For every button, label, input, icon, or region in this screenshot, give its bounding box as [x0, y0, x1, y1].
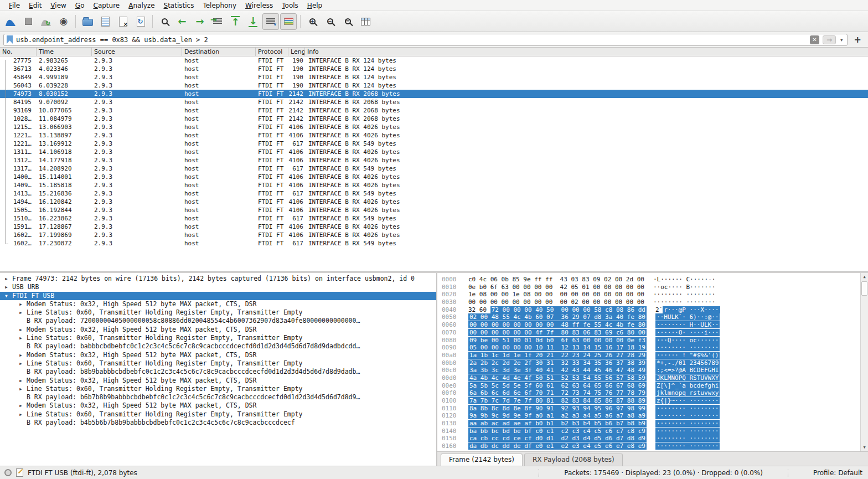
hex-row[interactable]: 0150ca cb cc cd ce cf d0 d1 d2 d3 d4 d5 …: [442, 435, 859, 442]
detail-line[interactable]: ▸Line Status: 0x60, Transmitter Holding …: [0, 410, 436, 419]
go-to-packet-button[interactable]: →: [209, 13, 226, 30]
colorize-toggle[interactable]: [280, 13, 297, 30]
tab-rx-payload[interactable]: RX Payload (2068 bytes): [524, 454, 623, 466]
hex-row[interactable]: 00b02a 2b 2c 2d 2e 2f 30 31 32 33 34 35 …: [442, 359, 859, 367]
open-file-button[interactable]: [79, 13, 96, 30]
column-header-destination[interactable]: Destination: [182, 48, 256, 56]
hex-row[interactable]: 01007a 7b 7c 7d 7e 7f 80 81 82 83 84 85 …: [442, 397, 859, 405]
detail-line[interactable]: B RX payload: b4b5b6b7b8b9babbbcbdbebfc0…: [0, 419, 436, 427]
display-filter-input[interactable]: usb.endpoint_address == 0x83 && usb.data…: [3, 34, 848, 46]
restart-capture-button[interactable]: ↻: [38, 13, 54, 30]
hex-row[interactable]: 008009 be 00 51 00 01 0d b0 6f 63 00 00 …: [442, 337, 859, 344]
hex-row[interactable]: 00c03a 3b 3c 3d 3e 3f 40 41 42 43 44 45 …: [442, 367, 859, 374]
packet-row[interactable]: 9316910.0770652.9.3hostFTDI FT2142INTERF…: [0, 106, 868, 115]
menu-tools[interactable]: Tools: [277, 1, 303, 10]
packet-row[interactable]: 1494…16.1208422.9.3hostFTDI FT4106INTERF…: [0, 198, 868, 206]
hex-row[interactable]: 003000 00 00 00 00 00 00 00 00 02 00 00 …: [442, 298, 859, 306]
find-packet-button[interactable]: [156, 13, 173, 30]
detail-line[interactable]: ▸Line Status: 0x60, Transmitter Holding …: [0, 385, 436, 393]
detail-line[interactable]: ▾FTDI FT USB: [0, 292, 436, 300]
scroll-up-arrow[interactable]: ▲: [861, 273, 868, 281]
packet-row[interactable]: 1215…13.0669032.9.3hostFTDI FT4106INTERF…: [0, 123, 868, 131]
filter-dropdown-icon[interactable]: ▾: [839, 37, 844, 43]
hex-row[interactable]: 0140ba bb bc bd be bf c0 c1 c2 c3 c4 c5 …: [442, 428, 859, 435]
expander-collapsed-icon[interactable]: ▸: [4, 283, 12, 291]
hex-row[interactable]: 00d04a 4b 4c 4d 4e 4f 50 51 52 53 54 55 …: [442, 374, 859, 382]
expander-collapsed-icon[interactable]: ▸: [19, 326, 27, 334]
expander-collapsed-icon[interactable]: ▸: [4, 275, 12, 283]
menu-statistics[interactable]: Statistics: [159, 1, 199, 10]
detail-line[interactable]: ▸Modem Status: 0x32, High Speed 512 byte…: [0, 300, 436, 308]
packet-row[interactable]: 1409…15.1858182.9.3hostFTDI FT4106INTERF…: [0, 181, 868, 189]
expander-collapsed-icon[interactable]: ▸: [19, 308, 27, 317]
packet-row[interactable]: 841959.0700922.9.3hostFTDI FT2142INTERFA…: [0, 98, 868, 106]
expander-collapsed-icon[interactable]: ▸: [19, 300, 27, 308]
detail-line[interactable]: ▸Line Status: 0x60, Transmitter Holding …: [0, 334, 436, 342]
expander-collapsed-icon[interactable]: ▸: [19, 385, 27, 393]
packet-row[interactable]: 367134.0233462.9.3hostFTDI FT190INTERFAC…: [0, 65, 868, 73]
menu-analyze[interactable]: Analyze: [124, 1, 159, 10]
apply-filter-button[interactable]: →: [823, 35, 836, 44]
detail-line[interactable]: B RX payload: b6b7b8b9babbbcbdbebfc0c1c2…: [0, 393, 436, 401]
go-first-packet-button[interactable]: ↑: [227, 13, 244, 30]
hex-row[interactable]: 01209a 9b 9c 9d 9e 9f a0 a1 a2 a3 a4 a5 …: [442, 412, 859, 420]
packet-row[interactable]: 1413…15.2168362.9.3hostFTDI FT617INTERFA…: [0, 189, 868, 198]
detail-line[interactable]: ▸Modem Status: 0x32, High Speed 512 byte…: [0, 326, 436, 334]
menu-view[interactable]: View: [46, 1, 70, 10]
hex-row[interactable]: 004032 60 72 00 00 00 40 50 00 00 00 58 …: [442, 306, 859, 314]
packet-row[interactable]: 560436.0392282.9.3hostFTDI FT190INTERFAC…: [0, 81, 868, 90]
packet-row[interactable]: 749738.0301522.9.3hostFTDI FT2142INTERFA…: [0, 90, 868, 98]
clear-filter-button[interactable]: ✕: [810, 35, 819, 44]
detail-line[interactable]: ▸Modem Status: 0x32, High Speed 512 byte…: [0, 351, 436, 359]
detail-line[interactable]: B RX payload: 72000000405000000058c80886…: [0, 317, 436, 325]
hex-row[interactable]: 00100e b0 6f 63 00 00 00 00 42 05 01 00 …: [442, 284, 859, 291]
hex-row[interactable]: 009005 00 00 00 00 00 10 11 12 13 14 15 …: [442, 344, 859, 352]
detail-line[interactable]: B RX payload: b8b9babbbcbdbebfc0c1c2c3c4…: [0, 368, 436, 376]
expert-info-icon[interactable]: [4, 469, 12, 476]
tab-frame[interactable]: Frame (2142 bytes): [441, 454, 523, 466]
packet-row[interactable]: 1602…17.2308722.9.3hostFTDI FT617INTERFA…: [0, 239, 868, 248]
capture-comment-icon[interactable]: [16, 468, 23, 477]
packet-row[interactable]: 1400…15.1140012.9.3hostFTDI FT4106INTERF…: [0, 173, 868, 181]
menu-wireless[interactable]: Wireless: [241, 1, 277, 10]
stop-capture-button[interactable]: [20, 13, 37, 30]
packet-row[interactable]: 1221…13.1388972.9.3hostFTDI FT4106INTERF…: [0, 131, 868, 140]
zoom-in-button[interactable]: +: [304, 13, 321, 30]
expander-collapsed-icon[interactable]: ▸: [19, 334, 27, 342]
hex-row[interactable]: 00201e 08 00 00 1e 08 00 00 00 00 00 00 …: [442, 291, 859, 298]
filter-bookmark-icon[interactable]: [7, 35, 13, 44]
go-last-packet-button[interactable]: ↓: [245, 13, 261, 30]
column-header-info[interactable]: Info: [305, 48, 868, 56]
hex-row[interactable]: 00e05a 5b 5c 5d 5e 5f 60 61 62 63 64 65 …: [442, 382, 859, 390]
column-header-source[interactable]: Source: [92, 48, 182, 56]
packet-row[interactable]: 1317…14.2089202.9.3hostFTDI FT617INTERFA…: [0, 164, 868, 173]
detail-line[interactable]: ▸Line Status: 0x60, Transmitter Holding …: [0, 359, 436, 368]
hex-scrollbar[interactable]: ▲ ▼: [860, 273, 868, 451]
expander-collapsed-icon[interactable]: ▸: [19, 377, 27, 385]
hex-row[interactable]: 0160da db dc dd de df e0 e1 e2 e3 e4 e5 …: [442, 442, 859, 450]
close-file-button[interactable]: ✕: [115, 13, 131, 30]
detail-line[interactable]: B RX payload: babbbcbdbebfc0c1c2c3c4c5c6…: [0, 342, 436, 351]
column-header-no[interactable]: No.: [0, 48, 37, 56]
hex-row[interactable]: 007000 00 00 00 00 00 4f 7f 80 83 06 83 …: [442, 329, 859, 337]
hex-row[interactable]: 00f06a 6b 6c 6d 6e 6f 70 71 72 73 74 75 …: [442, 389, 859, 397]
reload-file-button[interactable]: ↻: [132, 13, 149, 30]
capture-options-button[interactable]: ◉: [55, 13, 72, 30]
menu-telephony[interactable]: Telephony: [198, 1, 241, 10]
status-profile[interactable]: Profile: Default: [813, 469, 864, 477]
menu-capture[interactable]: Capture: [89, 1, 124, 10]
hex-row[interactable]: 01108a 8b 8c 8d 8e 8f 90 91 92 93 94 95 …: [442, 405, 859, 413]
hex-row[interactable]: 0130aa ab ac ad ae af b0 b1 b2 b3 b4 b5 …: [442, 420, 859, 428]
packet-row[interactable]: 1591…17.1288672.9.3hostFTDI FT4106INTERF…: [0, 223, 868, 231]
zoom-out-button[interactable]: −: [322, 13, 338, 30]
menu-edit[interactable]: Edit: [24, 1, 46, 10]
hex-row[interactable]: 006000 00 00 00 00 00 00 00 48 ff fe 55 …: [442, 321, 859, 329]
column-header-time[interactable]: Time: [37, 48, 92, 56]
packet-row[interactable]: 1221…13.1699122.9.3hostFTDI FT617INTERFA…: [0, 140, 868, 148]
packet-row[interactable]: 1602…17.1998692.9.3hostFTDI FT4106INTERF…: [0, 231, 868, 239]
scroll-down-arrow[interactable]: ▼: [861, 444, 868, 451]
save-file-button[interactable]: [97, 13, 113, 30]
expander-expanded-icon[interactable]: ▾: [4, 292, 12, 300]
expander-collapsed-icon[interactable]: ▸: [19, 401, 27, 410]
menu-help[interactable]: Help: [303, 1, 327, 10]
